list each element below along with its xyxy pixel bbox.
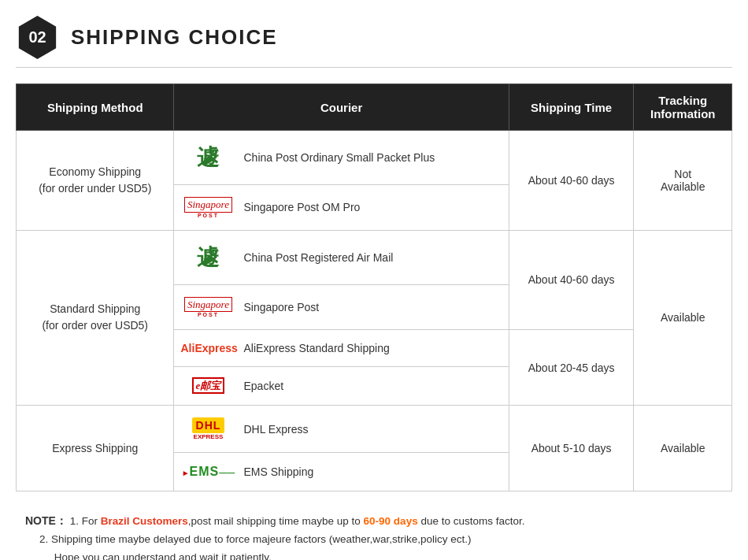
page-title: SHIPPING CHOICE <box>71 25 278 50</box>
table-row: Express Shipping DHL EXPRESS DHL Express… <box>17 406 732 453</box>
days-highlight: 60-90 days <box>364 515 418 527</box>
ems-logo: ►EMS—— <box>180 465 235 479</box>
express-tracking: Available <box>634 406 732 491</box>
courier-name: Epacket <box>243 380 283 392</box>
courier-cell: AliExpress AliExpress Standard Shipping <box>174 330 509 367</box>
courier-name: Singapore Post <box>243 301 319 313</box>
courier-name: China Post Registered Air Mail <box>243 251 393 264</box>
courier-name: Singapore Post OM Pro <box>243 201 360 213</box>
courier-row: AliExpress AliExpress Standard Shipping <box>180 342 502 354</box>
table-row: Standard Shipping(for order over USD5) 遽… <box>17 230 732 284</box>
page-header: 02 SHIPPING CHOICE <box>16 16 732 68</box>
courier-name: DHL Express <box>243 423 308 436</box>
express-time: About 5-10 days <box>509 406 634 491</box>
courier-row: Singapore POST Singapore Post <box>180 297 502 318</box>
china-post-logo: 遽 <box>180 143 235 172</box>
courier-cell: ►EMS—— EMS Shipping <box>174 453 509 491</box>
sg-post-logo: Singapore POST <box>180 197 235 218</box>
sg-post-logo: Singapore POST <box>180 297 235 318</box>
standard-shipping-method: Standard Shipping(for order over USD5) <box>17 230 174 406</box>
shipping-table: Shipping Method Courier Shipping Time Tr… <box>16 83 732 491</box>
table-row: Economy Shipping(for order under USD5) 遽… <box>17 131 732 185</box>
courier-row: 遽 China Post Registered Air Mail <box>180 243 502 273</box>
note-item-1: 1. For Brazil Customers,post mail shippi… <box>70 515 525 527</box>
express-shipping-method: Express Shipping <box>17 406 174 491</box>
brazil-highlight: Brazil Customers <box>101 515 188 527</box>
courier-cell: 遽 China Post Registered Air Mail <box>174 230 509 284</box>
economy-tracking: NotAvailable <box>634 131 732 231</box>
courier-name: EMS Shipping <box>243 465 313 478</box>
standard-time-2: About 20-45 days <box>509 330 634 406</box>
standard-tracking: Available <box>634 230 732 406</box>
col-time: Shipping Time <box>509 84 634 131</box>
badge-number: 02 <box>28 28 46 46</box>
note-label: NOTE： <box>25 514 67 527</box>
courier-row: Singapore POST Singapore Post OM Pro <box>180 197 502 218</box>
courier-cell: Singapore POST Singapore Post <box>174 284 509 330</box>
courier-row: ►EMS—— EMS Shipping <box>180 465 502 479</box>
section-badge: 02 <box>16 16 59 59</box>
courier-name: AliExpress Standard Shipping <box>243 342 389 354</box>
col-tracking: TrackingInformation <box>634 84 732 131</box>
courier-row: 遽 China Post Ordinary Small Packet Plus <box>180 143 502 172</box>
note-item-2: 2. Shipping time maybe delayed due to fo… <box>39 531 472 560</box>
courier-cell: e邮宝 Epacket <box>174 367 509 406</box>
economy-shipping-time: About 40-60 days <box>509 131 634 231</box>
standard-time-1: About 40-60 days <box>509 230 634 330</box>
china-post-logo: 遽 <box>180 243 235 273</box>
note-section: NOTE： 1. For Brazil Customers,post mail … <box>16 506 732 560</box>
courier-cell: DHL EXPRESS DHL Express <box>174 406 509 453</box>
col-method: Shipping Method <box>17 84 174 131</box>
courier-row: e邮宝 Epacket <box>180 379 502 393</box>
col-courier: Courier <box>174 84 509 131</box>
courier-name: China Post Ordinary Small Packet Plus <box>243 151 435 164</box>
dhl-logo: DHL EXPRESS <box>180 417 235 440</box>
aliexpress-logo: AliExpress <box>180 342 235 354</box>
courier-cell: 遽 China Post Ordinary Small Packet Plus <box>174 131 509 185</box>
economy-shipping-method: Economy Shipping(for order under USD5) <box>17 131 174 231</box>
courier-row: DHL EXPRESS DHL Express <box>180 417 502 440</box>
courier-cell: Singapore POST Singapore Post OM Pro <box>174 185 509 231</box>
epacket-logo: e邮宝 <box>180 379 235 393</box>
